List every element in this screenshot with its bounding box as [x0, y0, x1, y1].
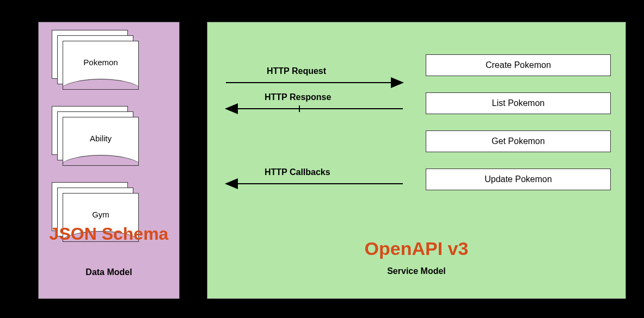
data-model-subtitle: Data Model	[39, 267, 179, 277]
arrow-label-request: HTTP Request	[267, 66, 326, 76]
schema-label: Pokemon	[83, 58, 118, 67]
endpoint-label: Update Pokemon	[484, 174, 552, 184]
service-model-subtitle: Service Model	[207, 266, 626, 276]
endpoint-update: Update Pokemon	[426, 169, 611, 190]
endpoint-list: List Pokemon	[426, 92, 611, 114]
endpoint-create: Create Pokemon	[426, 54, 611, 76]
endpoint-label: Get Pokemon	[492, 136, 545, 146]
schema-label: Gym	[92, 210, 109, 219]
schema-document-ability: Ability	[52, 106, 139, 166]
endpoint-label: List Pokemon	[492, 98, 545, 108]
data-model-title: JSON Schema	[39, 225, 179, 244]
endpoint-get: Get Pokemon	[426, 130, 611, 152]
schema-document-pokemon: Pokemon	[52, 30, 139, 90]
arrow-label-response: HTTP Response	[265, 92, 331, 102]
arrow-label-callbacks: HTTP Callbacks	[265, 167, 330, 177]
endpoint-label: Create Pokemon	[486, 60, 551, 70]
service-model-title: OpenAPI v3	[207, 238, 626, 259]
schema-label: Ability	[90, 134, 112, 143]
